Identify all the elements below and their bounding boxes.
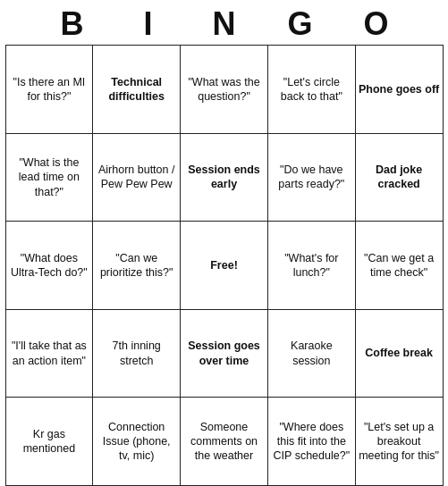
cell-r2-c1: "Can we prioritize this?" (93, 222, 181, 310)
cell-r1-c1: Airhorn button / Pew Pew Pew (93, 133, 181, 222)
cell-r1-c4: Dad joke cracked (355, 133, 443, 222)
cell-r1-c3: "Do we have parts ready?" (267, 133, 355, 222)
cell-r3-c0: "I'll take that as an action item" (5, 309, 93, 398)
title-letter-b: B (34, 5, 110, 43)
cell-r4-c3: "Where does this fit into the CIP schedu… (267, 398, 355, 486)
cell-r4-c4: "Let's set up a breakout meeting for thi… (355, 398, 443, 486)
cell-r0-c1: Technical difficulties (93, 46, 181, 134)
title-letter-g: G (262, 5, 338, 43)
cell-r1-c0: "What is the lead time on that?" (5, 133, 93, 222)
cell-r2-c0: "What does Ultra-Tech do?" (5, 222, 93, 310)
cell-r2-c2: Free! (181, 222, 268, 310)
cell-r1-c2: Session ends early (181, 133, 268, 222)
cell-r4-c0: Kr gas mentioned (5, 398, 93, 486)
cell-r3-c3: Karaoke session (267, 309, 355, 398)
cell-r4-c2: Someone comments on the weather (181, 398, 268, 486)
cell-r0-c2: "What was the question?" (181, 46, 268, 134)
cell-r0-c4: Phone goes off (355, 46, 443, 134)
title-letter-o: O (338, 5, 414, 43)
cell-r0-c0: "Is there an MI for this?" (5, 46, 93, 134)
cell-r3-c4: Coffee break (355, 309, 443, 398)
cell-r2-c4: "Can we get a time check" (355, 222, 443, 310)
cell-r2-c3: "What's for lunch?" (267, 222, 355, 310)
cell-r0-c3: "Let's circle back to that" (267, 46, 355, 134)
bingo-title: BINGO (0, 0, 448, 45)
cell-r4-c1: Connection Issue (phone, tv, mic) (93, 398, 181, 486)
title-letter-i: I (110, 5, 186, 43)
bingo-grid: "Is there an MI for this?"Technical diff… (5, 45, 444, 486)
cell-r3-c1: 7th inning stretch (93, 309, 181, 398)
title-letter-n: N (186, 5, 262, 43)
cell-r3-c2: Session goes over time (181, 309, 268, 398)
